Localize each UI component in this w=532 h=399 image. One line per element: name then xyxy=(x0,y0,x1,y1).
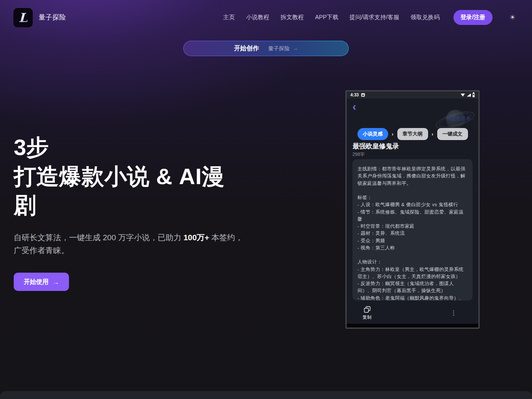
battery-icon xyxy=(473,93,475,97)
back-chevron-icon[interactable]: ‹ xyxy=(352,101,356,113)
step-chevron-icon: › xyxy=(432,131,433,137)
app-phone-mockup: 4:33 ‹ AI正在思考... 小说灵感 › 章节大纲 › 一键成文 最强欧皇… xyxy=(345,90,480,329)
phone-status-bar: 4:33 xyxy=(347,91,478,99)
workflow-steps: 小说灵感 › 章节大纲 › 一键成文 xyxy=(347,128,478,140)
phone-action-bar: 复制 ⋮ xyxy=(347,303,478,323)
more-options-kebab-icon[interactable]: ⋮ xyxy=(451,310,457,316)
notification-icon xyxy=(361,93,365,97)
hero-subtitle-highlight: 100万+ xyxy=(184,233,209,242)
hero-subtitle-prefix: 自研长文算法，一键生成 200 万字小说，已助力 xyxy=(14,233,184,242)
hero-title-line2: 打造爆款小说 & AI漫剧 xyxy=(14,164,224,218)
nav-item-redeem-code[interactable]: 领取兑换码 xyxy=(411,14,440,21)
get-started-label: 开始使用 xyxy=(24,278,49,286)
login-register-button[interactable]: 登录/注册 xyxy=(453,10,493,25)
start-creating-banner[interactable]: 开始创作 量子探险 → xyxy=(183,41,349,56)
copy-button[interactable]: 复制 xyxy=(362,306,372,320)
nav-item-support[interactable]: 提问/请求支持/客服 xyxy=(350,14,399,21)
hero-title: 3步打造爆款小说 & AI漫剧 xyxy=(14,133,240,220)
brand-name: 量子探险 xyxy=(39,13,66,22)
wifi-icon xyxy=(461,94,465,97)
get-started-button[interactable]: 开始使用 → xyxy=(14,273,69,291)
get-started-arrow-icon: → xyxy=(53,278,59,286)
planet-ring-inner xyxy=(438,111,473,130)
copy-icon xyxy=(364,306,371,313)
phone-bottom-bezel xyxy=(347,324,478,328)
step-chapter-outline[interactable]: 章节大纲 xyxy=(397,128,428,140)
logo-letter-icon: L xyxy=(19,10,27,25)
story-idea-card: 主线剧情：都市青年林欧皇绑定灵异系统，以最强关系户身份闯荡鬼域，携傻白甜女友升级… xyxy=(352,159,473,300)
nav-item-app-download[interactable]: APP下载 xyxy=(315,14,338,21)
hero-title-line1: 3步 xyxy=(14,135,49,160)
step-novel-inspiration[interactable]: 小说灵感 xyxy=(357,128,388,140)
status-time: 4:33 xyxy=(350,93,359,97)
hero-subtitle: 自研长文算法，一键生成 200 万字小说，已助力 100万+ 本签约，广受作者青… xyxy=(14,231,245,257)
brand-logo[interactable]: L xyxy=(13,8,33,27)
nav-links: 主页 小说教程 拆文教程 APP下载 提问/请求支持/客服 领取兑换码 登录/注… xyxy=(223,10,515,25)
word-count: 298字 xyxy=(352,151,365,158)
nav-item-analysis-tutorial[interactable]: 拆文教程 xyxy=(281,14,304,21)
copy-label: 复制 xyxy=(362,314,372,320)
nav-item-home[interactable]: 主页 xyxy=(223,14,235,21)
next-section-edge xyxy=(0,391,532,399)
theme-sun-icon[interactable]: ☀ xyxy=(510,14,515,21)
planet-sphere xyxy=(446,110,465,129)
step-chevron-icon: › xyxy=(392,131,394,137)
signal-icon xyxy=(467,94,471,97)
banner-arrow-icon: → xyxy=(293,45,298,52)
ai-thinking-label: AI正在思考... xyxy=(447,116,475,122)
nav-item-novel-tutorial[interactable]: 小说教程 xyxy=(246,14,269,21)
novel-title: 最强欧皇修鬼录 xyxy=(352,142,399,151)
step-one-click-writing[interactable]: 一键成文 xyxy=(437,128,468,140)
banner-brand-link: 量子探险 → xyxy=(268,45,298,52)
top-navbar: L 量子探险 主页 小说教程 拆文教程 APP下载 提问/请求支持/客服 领取兑… xyxy=(0,0,532,35)
status-icons xyxy=(461,93,475,97)
banner-brand-label: 量子探险 xyxy=(268,45,290,52)
banner-action-label: 开始创作 xyxy=(234,44,259,52)
